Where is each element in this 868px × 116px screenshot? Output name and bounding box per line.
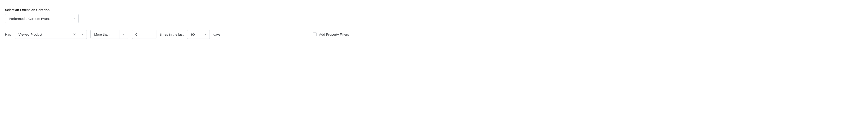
chevron-down-icon xyxy=(73,17,76,20)
has-label: Has xyxy=(5,33,11,36)
chevron-down-icon xyxy=(204,33,207,36)
days-label: days. xyxy=(213,33,221,36)
close-icon xyxy=(73,33,76,36)
chevron-down-icon xyxy=(122,33,125,36)
comparator-select[interactable]: More than xyxy=(90,30,128,39)
chevron-down-icon xyxy=(81,33,84,36)
times-in-last-label: times in the last xyxy=(160,33,184,36)
criterion-select[interactable]: Performed a Custom Event xyxy=(5,14,79,23)
days-dropdown-trigger[interactable] xyxy=(201,30,210,39)
days-select[interactable]: 90 xyxy=(187,30,210,39)
event-select[interactable]: Viewed Product xyxy=(15,30,87,39)
count-input[interactable] xyxy=(132,30,156,39)
add-property-filters-label: Add Property Filters xyxy=(319,33,349,36)
checkbox-box-icon xyxy=(313,33,317,36)
days-select-value: 90 xyxy=(187,30,201,39)
event-select-value: Viewed Product xyxy=(15,30,71,39)
section-label: Select an Extension Criterion xyxy=(5,8,349,12)
event-clear-button[interactable] xyxy=(71,30,78,39)
criterion-select-value: Performed a Custom Event xyxy=(5,14,70,23)
event-dropdown-trigger[interactable] xyxy=(78,30,87,39)
criteria-row: Has Viewed Product More than xyxy=(5,30,349,39)
add-property-filters-checkbox[interactable]: Add Property Filters xyxy=(313,33,349,36)
comparator-dropdown-trigger[interactable] xyxy=(120,30,128,39)
criterion-dropdown-trigger[interactable] xyxy=(70,14,79,23)
comparator-select-value: More than xyxy=(91,30,120,39)
